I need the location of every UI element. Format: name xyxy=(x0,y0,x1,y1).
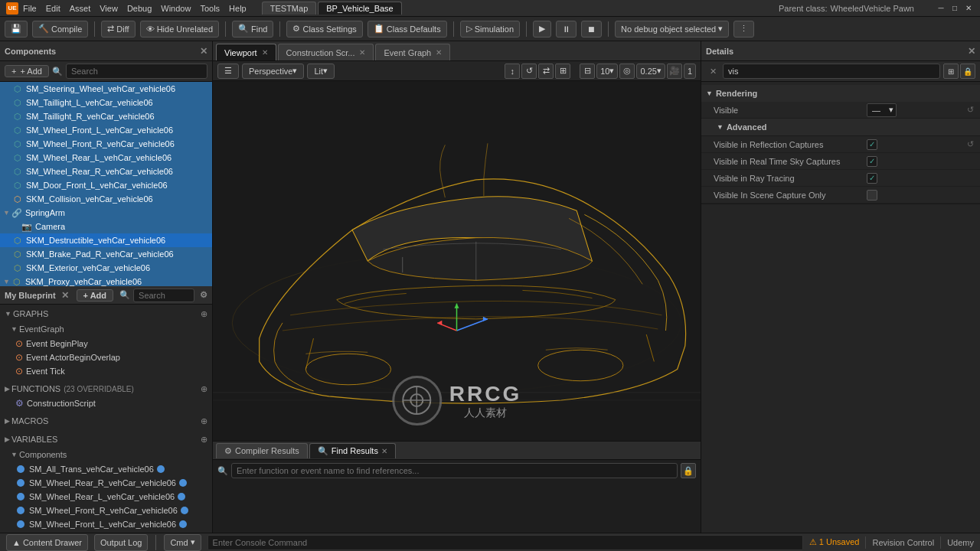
menu-help[interactable]: Help xyxy=(229,4,247,13)
my-blueprint-close-button[interactable]: ✕ xyxy=(61,290,69,301)
angle-snap-button[interactable]: ◎ xyxy=(619,64,635,79)
viewport-menu-button[interactable]: ☰ xyxy=(217,64,239,79)
visible-reflection-checkbox[interactable]: ✓ xyxy=(867,139,877,150)
details-lock-button[interactable]: 🔒 xyxy=(960,64,975,79)
details-close-button[interactable]: ✕ xyxy=(968,46,975,57)
component-item[interactable]: ⬡ SM_Wheel_Rear_R_vehCar_vehicle06 xyxy=(0,165,212,178)
variable-item[interactable]: SM_Wheel_Front_L_vehCar_vehicle06 xyxy=(0,517,212,531)
output-log-button[interactable]: Output Log xyxy=(94,534,148,551)
components-var-group[interactable]: ▼ Components xyxy=(0,447,212,462)
blueprint-search-input[interactable] xyxy=(133,289,194,302)
select-tool-button[interactable]: ↕ xyxy=(505,64,520,79)
console-input[interactable] xyxy=(207,535,803,550)
menu-debug[interactable]: Debug xyxy=(127,4,152,13)
components-close-button[interactable]: ✕ xyxy=(200,46,207,57)
tab-compiler-results[interactable]: ⚙ Compiler Results xyxy=(216,443,308,458)
tab-bp-vehicle[interactable]: BP_Vehicle_Base xyxy=(318,2,401,15)
compile-button[interactable]: 🔨 Compile xyxy=(32,21,88,37)
construction-script-item[interactable]: ⚙ ConstructionScript xyxy=(0,396,212,410)
event-tab-close[interactable]: ✕ xyxy=(436,48,442,57)
camera-speed-button[interactable]: 🎥 xyxy=(667,64,682,79)
macros-add-icon[interactable]: ⊕ xyxy=(201,416,207,426)
debug-extra-button[interactable]: ⋮ xyxy=(733,21,754,37)
visible-reset-button[interactable]: ↺ xyxy=(967,105,974,115)
bp-settings-icon[interactable]: ⚙ xyxy=(200,290,207,300)
tab-construction-script[interactable]: Construction Scr... ✕ xyxy=(278,44,374,60)
graphs-add-icon[interactable]: ⊕ xyxy=(201,309,207,319)
component-item[interactable]: ⬡ SM_Wheel_Rear_L_vehCar_vehicle06 xyxy=(0,151,212,165)
components-add-button[interactable]: + + Add xyxy=(5,65,49,77)
event-graph-item[interactable]: ▼ EventGraph xyxy=(0,321,212,337)
menu-window[interactable]: Window xyxy=(161,4,191,13)
blueprint-add-button[interactable]: + Add xyxy=(77,289,113,302)
camera-speed-value[interactable]: 1 xyxy=(684,64,696,79)
perspective-button[interactable]: Perspective ▾ xyxy=(242,64,304,79)
find-options-button[interactable]: 🔒 xyxy=(681,463,696,478)
details-view-options-button[interactable]: ⊞ xyxy=(943,64,959,79)
maximize-button[interactable]: □ xyxy=(949,3,960,14)
component-item[interactable]: ▼ 🔗 SpringArm xyxy=(0,206,212,220)
hide-unrelated-button[interactable]: 👁 Hide Unrelated xyxy=(140,21,219,37)
stop-button[interactable]: ⏹ xyxy=(581,21,602,37)
component-item[interactable]: ⬡ SKM_Brake_Pad_R_vehCar_vehicle06 xyxy=(0,247,212,261)
component-item[interactable]: ▼ ⬡ SKM_Proxy_vehCar_vehicle06 xyxy=(0,275,212,286)
rendering-section-header[interactable]: ▼ Rendering xyxy=(701,85,980,102)
simulation-button[interactable]: ▷ Simulation xyxy=(460,21,520,37)
functions-header[interactable]: ▶ FUNCTIONS (23 OVERRIDABLE) ⊕ xyxy=(0,381,212,396)
menu-asset[interactable]: Asset xyxy=(70,4,91,13)
variable-item[interactable]: SM_Wheel_Front_R_vehCar_vehicle06 xyxy=(0,504,212,517)
find-results-close[interactable]: ✕ xyxy=(381,447,387,455)
transform-space-button[interactable]: ⊞ xyxy=(555,64,570,79)
menu-file[interactable]: File xyxy=(23,4,37,13)
component-item[interactable]: ⬡ SKM_Exterior_vehCar_vehicle06 xyxy=(0,261,212,275)
component-item[interactable]: ⬡ SM_Wheel_Front_R_vehCar_vehicle06 xyxy=(0,137,212,151)
menu-tools[interactable]: Tools xyxy=(200,4,220,13)
component-item[interactable]: ⬡ SKM_Destructible_vehCar_vehicle06 xyxy=(0,233,212,247)
find-button[interactable]: 🔍 Find xyxy=(232,21,273,37)
macros-header[interactable]: ▶ MACROS ⊕ xyxy=(0,413,212,429)
find-results-input[interactable] xyxy=(231,463,678,478)
details-clear-button[interactable]: ✕ xyxy=(706,64,720,78)
class-settings-button[interactable]: ⚙ Class Settings xyxy=(286,21,362,37)
visible-realtime-checkbox[interactable]: ✓ xyxy=(867,156,877,167)
variables-header[interactable]: ▶ VARIABLES ⊕ xyxy=(0,432,212,447)
visible-dropdown[interactable]: — ▾ xyxy=(867,103,897,117)
rotate-tool-button[interactable]: ↺ xyxy=(521,64,537,79)
tab-event-graph[interactable]: Event Graph ✕ xyxy=(375,44,450,60)
variable-item[interactable]: SM_All_Trans_vehCar_vehicle06 xyxy=(0,462,212,476)
diff-button[interactable]: ⇄ Diff xyxy=(101,21,135,37)
tab-viewport[interactable]: Viewport ✕ xyxy=(216,44,276,60)
menu-edit[interactable]: Edit xyxy=(46,4,60,13)
visible-scene-capture-checkbox[interactable] xyxy=(867,190,877,201)
component-item[interactable]: ⬡ SKM_Collision_vehCar_vehicle06 xyxy=(0,192,212,206)
event-tick-item[interactable]: ⊙ Event Tick xyxy=(0,364,212,378)
variable-item[interactable]: SM_Wheel_Rear_R_vehCar_vehicle06 xyxy=(0,476,212,490)
viewport-tab-close[interactable]: ✕ xyxy=(262,48,268,57)
viewport-canvas[interactable]: RRCG 人人素材 xyxy=(213,81,701,441)
content-drawer-button[interactable]: ▲ Content Drawer xyxy=(6,534,88,551)
debug-object-selector[interactable]: No debug object selected ▾ xyxy=(615,21,729,37)
lit-button[interactable]: Lit ▾ xyxy=(307,64,335,79)
visible-raytracing-checkbox[interactable]: ✓ xyxy=(867,173,877,184)
variable-item[interactable]: SM_Wheel_Rear_L_vehCar_vehicle06 xyxy=(0,490,212,504)
play-button[interactable]: ▶ xyxy=(533,21,551,37)
graphs-header[interactable]: ▼ GRAPHS ⊕ xyxy=(0,306,212,321)
grid-snap-button[interactable]: ⊟ xyxy=(580,64,595,79)
revision-control[interactable]: Revision Control xyxy=(872,538,934,547)
details-search-input[interactable] xyxy=(723,64,940,79)
save-button[interactable]: 💾 xyxy=(5,21,28,37)
component-item[interactable]: ⬡ SM_Door_Front_L_vehCar_vehicle06 xyxy=(0,178,212,192)
variables-add-icon[interactable]: ⊕ xyxy=(201,435,207,445)
event-actoroverlap-item[interactable]: ⊙ Event ActorBeginOverlap xyxy=(0,350,212,364)
angle-snap-value[interactable]: 0.25 ▾ xyxy=(636,64,665,79)
pause-button[interactable]: ⏸ xyxy=(556,21,577,37)
component-item[interactable]: 📷 Camera xyxy=(0,220,212,233)
components-search-input[interactable] xyxy=(66,64,207,79)
tab-find-results[interactable]: 🔍 Find Results ✕ xyxy=(309,443,396,458)
construction-tab-close[interactable]: ✕ xyxy=(359,48,365,57)
tab-testmap[interactable]: TESTMap xyxy=(262,2,317,15)
component-item[interactable]: ⬡ SM_Wheel_Front_L_vehCar_vehicle06 xyxy=(0,123,212,137)
component-item[interactable]: ⬡ SM_Steering_Wheel_vehCar_vehicle06 xyxy=(0,82,212,96)
event-beginplay-item[interactable]: ⊙ Event BeginPlay xyxy=(0,337,212,350)
functions-add-icon[interactable]: ⊕ xyxy=(201,384,207,394)
